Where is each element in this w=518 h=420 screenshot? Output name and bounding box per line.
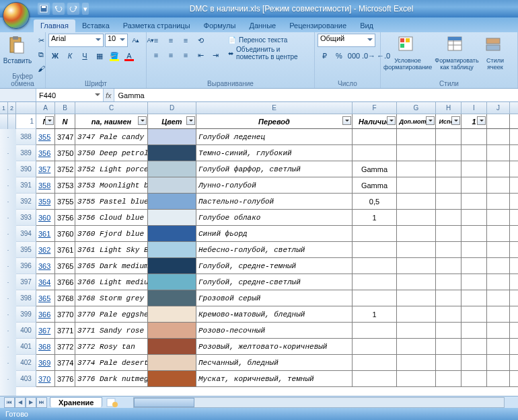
cell-I[interactable]	[461, 355, 487, 370]
cell-E[interactable]: Розово-песочный	[196, 323, 353, 338]
cell-H[interactable]	[436, 306, 461, 322]
cell-G[interactable]	[397, 274, 436, 290]
cell-B[interactable]: 3755	[55, 194, 75, 209]
cell-A[interactable]: 361	[36, 226, 55, 241]
cell-B[interactable]: 3752	[55, 161, 75, 177]
cell-B[interactable]: 3760	[55, 226, 75, 241]
cell-H[interactable]	[436, 145, 461, 161]
cell-B[interactable]: 3756	[55, 210, 75, 225]
outline-dot[interactable]: ·	[0, 323, 16, 339]
outline-dot[interactable]: ·	[0, 194, 16, 210]
cell-F[interactable]	[353, 226, 397, 241]
cell-C[interactable]: 3747 Pale candy	[75, 129, 148, 144]
cell-C[interactable]: 3753 Moonlight b	[75, 177, 148, 193]
cell-G[interactable]	[397, 258, 436, 274]
row-header[interactable]: 397	[16, 274, 36, 290]
cell-B[interactable]: 3750	[55, 145, 75, 161]
italic-button[interactable]: К	[63, 49, 77, 62]
cell-H[interactable]	[436, 274, 461, 290]
cell-J[interactable]	[487, 274, 510, 290]
font-color-button[interactable]: A	[122, 49, 136, 62]
cell-G[interactable]	[397, 226, 436, 241]
cell-B[interactable]: 3765	[55, 258, 75, 274]
cell-H[interactable]	[436, 194, 461, 209]
hdr-D[interactable]: Цвет	[148, 114, 196, 128]
cell-J[interactable]	[487, 371, 510, 386]
outline-dot[interactable]: ·	[0, 177, 16, 194]
outline-dot[interactable]: ·	[0, 258, 16, 274]
cell-J[interactable]	[487, 161, 510, 177]
cell-J[interactable]	[487, 145, 510, 161]
cell-F[interactable]	[353, 339, 397, 354]
formula-input[interactable]: Gamma	[114, 89, 518, 101]
row-header[interactable]: 394	[16, 226, 36, 242]
cell-C[interactable]: 3755 Pastel blue	[75, 194, 148, 209]
col-header-J[interactable]: J	[487, 102, 510, 114]
grow-font-icon[interactable]: A▴	[129, 34, 143, 47]
cell-G[interactable]	[397, 194, 436, 209]
cell-A[interactable]: 357	[36, 161, 55, 177]
cell-D-swatch[interactable]	[148, 242, 196, 257]
row-header[interactable]: 389	[16, 145, 36, 161]
cell-H[interactable]	[436, 355, 461, 370]
cell-I[interactable]	[461, 323, 487, 338]
cell-H[interactable]	[436, 371, 461, 386]
cell-C[interactable]: 3756 Cloud blue	[75, 210, 148, 225]
outline-dot[interactable]: ·	[0, 339, 16, 355]
cell-A[interactable]: 359	[36, 194, 55, 209]
cell-B[interactable]: 3768	[55, 290, 75, 306]
cell-E[interactable]: Кремово-матовый, бледный	[196, 306, 353, 322]
cell-C[interactable]: 3771 Sandy rose	[75, 323, 148, 338]
row-header[interactable]: 399	[16, 306, 36, 323]
hdr-A[interactable]: N	[36, 114, 55, 128]
cell-D-swatch[interactable]	[148, 194, 196, 209]
cell-I[interactable]	[461, 371, 487, 386]
cell-G[interactable]	[397, 371, 436, 386]
align-middle-icon[interactable]: ≡	[164, 34, 178, 47]
cell-C[interactable]: 3770 Pale eggshe	[75, 306, 148, 322]
cell-F[interactable]	[353, 355, 397, 370]
row-header-1[interactable]: 1	[16, 114, 36, 129]
cell-G[interactable]	[397, 161, 436, 177]
cell-E[interactable]: Голубой леденец	[196, 129, 353, 144]
cell-J[interactable]	[487, 355, 510, 370]
filter-icon[interactable]	[426, 116, 435, 125]
outline-dot[interactable]: ·	[0, 274, 16, 290]
cell-F[interactable]: 1	[353, 210, 397, 225]
tab-view[interactable]: Вид	[353, 19, 380, 32]
cell-H[interactable]	[436, 290, 461, 306]
cell-E[interactable]: Розовый, желтовато-коричневый	[196, 339, 353, 354]
tab-nav-first-icon[interactable]: ⏮	[4, 397, 15, 408]
cell-C[interactable]: 3765 Dark medium	[75, 258, 148, 274]
cell-C[interactable]: 3750 Deep petrol	[75, 145, 148, 161]
cell-D-swatch[interactable]	[148, 290, 196, 306]
hdr-F[interactable]: Наличие	[353, 114, 397, 128]
cell-F[interactable]	[353, 145, 397, 161]
cell-I[interactable]	[461, 145, 487, 161]
cell-A[interactable]: 360	[36, 210, 55, 225]
cell-D-swatch[interactable]	[148, 161, 196, 177]
cell-E[interactable]: Голубой, средне-темный	[196, 258, 353, 274]
col-header-D[interactable]: D	[148, 102, 196, 114]
cell-E[interactable]: Небесно-голубой, светлый	[196, 242, 353, 257]
cell-A[interactable]: 367	[36, 323, 55, 338]
cell-G[interactable]	[397, 323, 436, 338]
fill-color-button[interactable]: 🪣	[108, 49, 121, 62]
cell-A[interactable]: 368	[36, 339, 55, 354]
cell-D-swatch[interactable]	[148, 129, 196, 144]
insert-sheet-icon[interactable]	[106, 398, 120, 407]
cell-B[interactable]: 3776	[55, 371, 75, 386]
cell-styles-button[interactable]: Стили ячеек	[482, 34, 509, 78]
cell-F[interactable]: 0,5	[353, 194, 397, 209]
cell-F[interactable]: Gamma	[353, 177, 397, 193]
cell-D-swatch[interactable]	[148, 177, 196, 193]
cell-D-swatch[interactable]	[148, 339, 196, 354]
filter-icon[interactable]	[387, 116, 396, 125]
cell-H[interactable]	[436, 210, 461, 225]
outline-dot[interactable]: ·	[0, 306, 16, 323]
cell-G[interactable]	[397, 129, 436, 144]
outline-level-1[interactable]: 1	[0, 102, 8, 114]
undo-icon[interactable]	[52, 3, 65, 15]
cell-J[interactable]	[487, 210, 510, 225]
cell-J[interactable]	[487, 194, 510, 209]
